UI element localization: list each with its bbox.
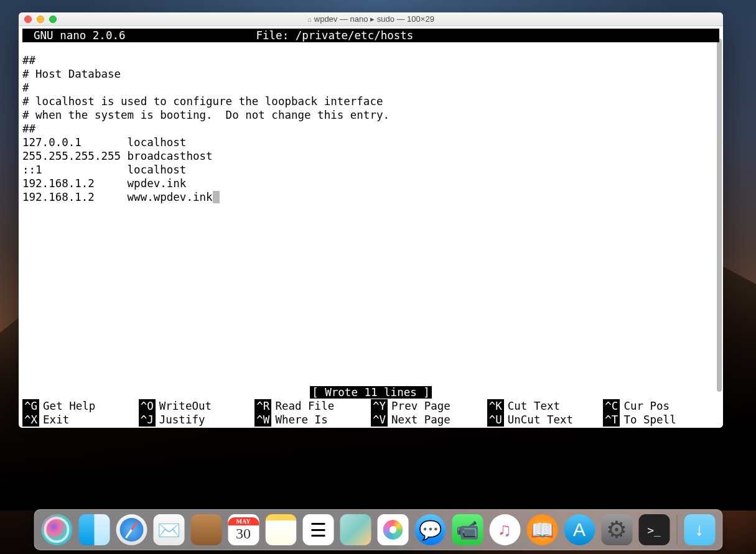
dock-terminal[interactable] <box>637 512 671 547</box>
dock-separator <box>676 515 677 545</box>
nano-shortcuts-row1: ^GGet Help ^OWriteOut ^RRead File ^YPrev… <box>22 399 719 413</box>
dock-itunes[interactable] <box>487 512 522 547</box>
file-line: ## <box>22 122 35 135</box>
dock-photos[interactable] <box>375 512 410 547</box>
close-button[interactable] <box>24 16 32 23</box>
dock-mail[interactable]: ✉️ <box>151 512 186 547</box>
dock-finder[interactable] <box>77 512 111 547</box>
shortcut-next-page: ^VNext Page <box>371 413 487 427</box>
file-line: # Host Database <box>22 68 121 80</box>
nano-file-label: File: /private/etc/hosts <box>126 29 719 42</box>
file-line: # <box>22 81 29 94</box>
calendar-day: 30 <box>236 525 251 542</box>
dock: ✉️ MAY30 ☰ 💬 📹 📖 <box>34 509 722 550</box>
dock-maps[interactable] <box>338 512 373 547</box>
dock-messages[interactable]: 💬 <box>413 512 447 547</box>
shortcut-where-is: ^WWhere Is <box>254 413 371 427</box>
dock-safari[interactable] <box>114 512 149 547</box>
file-line: ::1 localhost <box>22 164 186 176</box>
dock-siri[interactable] <box>39 512 74 547</box>
shortcut-prev-page: ^YPrev Page <box>371 399 487 413</box>
window-title: ⌂ wpdev — nano ▸ sudo — 100×29 <box>19 14 723 24</box>
dock-ibooks[interactable]: 📖 <box>525 512 559 547</box>
terminal-content[interactable]: GNU nano 2.0.6 File: /private/etc/hosts … <box>19 26 723 428</box>
dock-system-preferences[interactable] <box>599 512 634 547</box>
file-line: # when the system is booting. Do not cha… <box>22 109 390 121</box>
nano-header: GNU nano 2.0.6 File: /private/etc/hosts <box>22 29 719 42</box>
dock-notes[interactable] <box>263 512 298 547</box>
minimize-button[interactable] <box>37 16 44 23</box>
calendar-month: MAY <box>228 517 259 525</box>
window-titlebar[interactable]: ⌂ wpdev — nano ▸ sudo — 100×29 <box>19 12 723 26</box>
dock-contacts[interactable] <box>189 512 223 547</box>
shortcut-to-spell: ^TTo Spell <box>603 413 719 427</box>
zoom-button[interactable] <box>49 16 57 23</box>
dock-reminders[interactable]: ☰ <box>301 512 335 547</box>
nano-app-label: GNU nano 2.0.6 <box>22 29 126 42</box>
shortcut-cut-text: ^KCut Text <box>487 399 604 413</box>
file-line: ## <box>22 54 35 67</box>
dock-appstore[interactable] <box>562 512 597 547</box>
shortcut-exit: ^XExit <box>22 413 139 427</box>
shortcut-get-help: ^GGet Help <box>22 399 139 413</box>
nano-shortcuts-row2: ^XExit ^JJustify ^WWhere Is ^VNext Page … <box>22 413 719 427</box>
nano-status-text: [ Wrote 11 lines ] <box>310 386 432 399</box>
scrollbar-thumb[interactable] <box>717 39 722 392</box>
shortcut-justify: ^JJustify <box>139 413 255 427</box>
file-line: # localhost is used to configure the loo… <box>22 95 383 108</box>
window-title-text: wpdev — nano ▸ sudo — 100×29 <box>314 14 434 24</box>
file-line: 255.255.255.255 broadcasthost <box>22 150 213 162</box>
shortcut-read-file: ^RRead File <box>254 399 371 413</box>
shortcut-cur-pos: ^CCur Pos <box>603 399 719 413</box>
dock-calendar[interactable]: MAY30 <box>226 512 261 547</box>
file-line: 192.168.1.2 www.wpdev.ink <box>22 191 213 203</box>
dock-downloads[interactable] <box>682 512 717 547</box>
file-line: 127.0.0.1 localhost <box>22 136 186 149</box>
terminal-window: ⌂ wpdev — nano ▸ sudo — 100×29 GNU nano … <box>19 12 723 428</box>
home-icon: ⌂ <box>307 16 312 23</box>
shortcut-writeout: ^OWriteOut <box>139 399 255 413</box>
dock-facetime[interactable]: 📹 <box>450 512 485 547</box>
file-line: 192.168.1.2 wpdev.ink <box>22 177 186 190</box>
window-controls <box>19 16 57 23</box>
shortcut-uncut-text: ^UUnCut Text <box>487 413 604 427</box>
vertical-scrollbar[interactable] <box>716 39 723 392</box>
text-cursor <box>213 191 220 203</box>
nano-status-bar: [ Wrote 11 lines ] <box>22 385 719 399</box>
file-content[interactable]: ## # Host Database # # localhost is used… <box>22 42 719 385</box>
